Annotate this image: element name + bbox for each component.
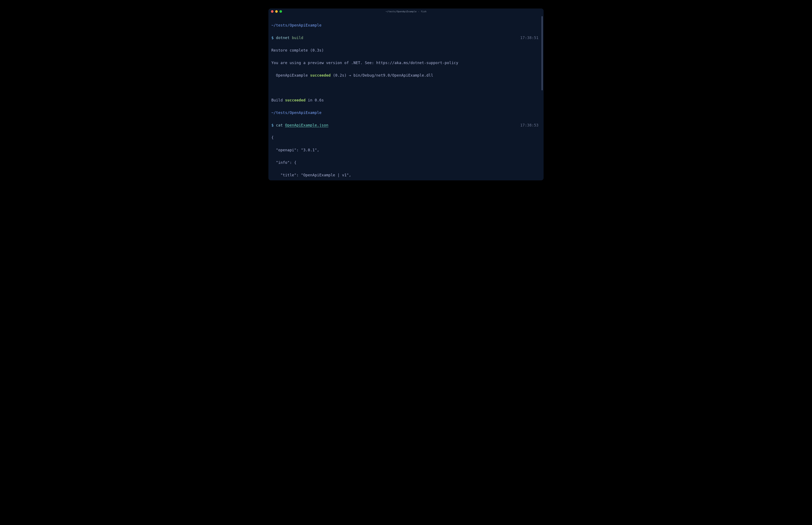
terminal-body[interactable]: ~/tests/OpenApiExample $ dotnet build17:…	[268, 14, 544, 180]
output-line: You are using a preview version of .NET.…	[271, 61, 458, 65]
file-link[interactable]: OpenApiExample.json	[285, 123, 328, 127]
minimize-button[interactable]	[275, 10, 278, 13]
output-line: (0.2s) → bin/Debug/net9.0/OpenApiExample…	[330, 73, 433, 77]
status-succeeded: succeeded	[310, 73, 331, 77]
command-name: dotnet	[276, 36, 290, 40]
output-line: Build	[271, 98, 285, 102]
timestamp: 17:38:53	[520, 122, 541, 129]
command-name: cat	[276, 123, 283, 127]
json-line: {	[271, 135, 274, 140]
json-line: "openapi": "3.0.1",	[271, 148, 319, 152]
traffic-lights	[271, 10, 282, 13]
cwd-path: ~/tests/OpenApiExample	[271, 110, 322, 115]
output-line: OpenApiExample	[271, 73, 310, 77]
prompt-symbol: $	[271, 123, 274, 127]
status-succeeded: succeeded	[285, 98, 306, 102]
command-arg: build	[292, 36, 304, 40]
prompt-symbol: $	[271, 36, 274, 40]
output-line: in 0.6s	[306, 98, 324, 102]
titlebar: ~/tests/OpenApiExample - fish	[268, 9, 544, 14]
terminal-window: ~/tests/OpenApiExample - fish ~/tests/Op…	[268, 9, 544, 180]
json-line: "info": {	[271, 161, 296, 165]
window-title: ~/tests/OpenApiExample - fish	[386, 10, 426, 13]
output-line: Restore complete (0.3s)	[271, 48, 324, 52]
cwd-path: ~/tests/OpenApiExample	[271, 23, 322, 27]
close-button[interactable]	[271, 10, 274, 13]
scrollbar[interactable]	[542, 16, 543, 90]
maximize-button[interactable]	[279, 10, 282, 13]
json-line: "title": "OpenApiExample | v1",	[271, 173, 351, 177]
timestamp: 17:38:51	[520, 35, 541, 41]
